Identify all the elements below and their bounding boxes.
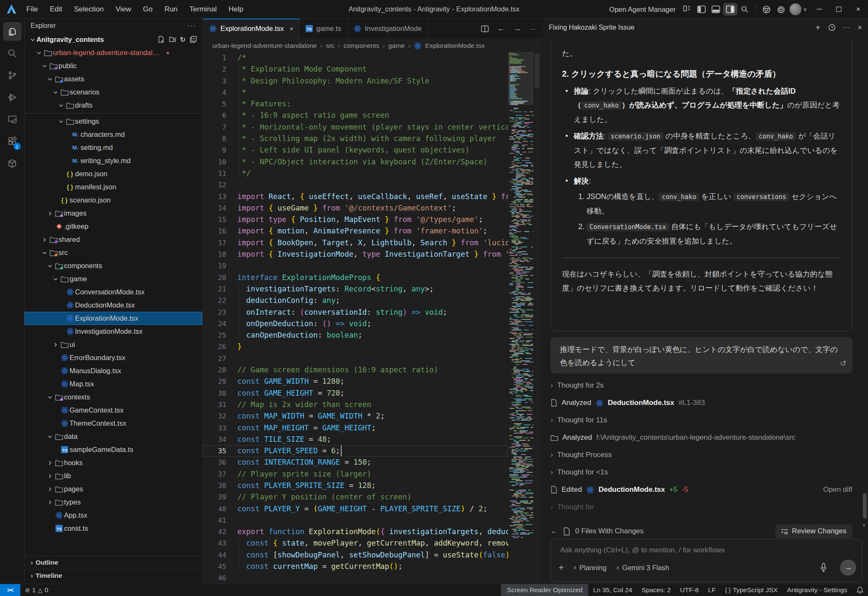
tree-item-app-tsx[interactable]: App.tsx: [25, 509, 202, 522]
tree-item-themecontext-tsx[interactable]: ThemeContext.tsx: [25, 417, 202, 430]
tree-item-map-tsx[interactable]: Map.tsx: [25, 377, 202, 391]
breadcrumb-item[interactable]: src: [326, 42, 335, 50]
new-file-icon[interactable]: [157, 36, 165, 44]
menu-go[interactable]: Go: [137, 5, 159, 14]
tree-item-game[interactable]: game: [25, 272, 202, 286]
refresh-icon[interactable]: ↻: [180, 36, 186, 44]
language-mode-status[interactable]: { }TypeScript JSX: [721, 586, 782, 594]
tree-item-assets[interactable]: assets: [25, 72, 202, 86]
user-avatar[interactable]: [790, 3, 801, 15]
tree-item-investigationmode-tsx[interactable]: InvestigationMode.tsx: [25, 325, 202, 338]
chevron-down-icon[interactable]: [41, 250, 48, 255]
tree-item-writing-style-md[interactable]: M↓writing_style.md: [25, 154, 202, 167]
panel-close-icon[interactable]: ×: [857, 23, 862, 32]
chevron-down-icon[interactable]: [35, 50, 43, 55]
tree-item-manusdialog-tsx[interactable]: ManusDialog.tsx: [25, 364, 202, 377]
tree-item-public[interactable]: public: [25, 59, 202, 72]
open-agent-manager-button[interactable]: Open Agent Manager: [609, 6, 676, 14]
tab-investigationmode[interactable]: InvestigationMode: [348, 19, 428, 39]
chevron-down-icon[interactable]: [41, 64, 48, 69]
mode-selector[interactable]: ∧Planning: [573, 564, 606, 572]
notifications-bell-icon[interactable]: [852, 587, 868, 594]
navigate-forward-icon[interactable]: →: [513, 24, 521, 33]
tree-item-hooks[interactable]: hooks: [25, 456, 202, 469]
breadcrumb[interactable]: urban-legend-adventure-standalone›src›co…: [203, 39, 542, 52]
minimap-slider[interactable]: [508, 52, 533, 105]
menu-file[interactable]: File: [20, 5, 44, 14]
breadcrumb-item[interactable]: game: [388, 42, 405, 50]
tree-item-types[interactable]: types: [25, 496, 202, 509]
breadcrumb-item[interactable]: ExplorationMode.tsx: [425, 42, 484, 50]
eol-status[interactable]: LF: [704, 586, 721, 594]
tree-item-samplegamedata-ts[interactable]: TSsampleGameData.ts: [25, 443, 202, 456]
collapse-all-icon[interactable]: [189, 36, 197, 44]
minimap[interactable]: [508, 52, 533, 543]
navigate-back-icon[interactable]: ←: [497, 24, 505, 33]
source-control-activity-icon[interactable]: [3, 66, 22, 85]
encoding-status[interactable]: UTF-8: [676, 586, 704, 594]
agent-step-thought[interactable]: ›Thought for <1s: [551, 468, 852, 477]
tree-item-ui[interactable]: ui: [25, 338, 202, 351]
model-selector[interactable]: ∧Gemini 3 Flash: [616, 564, 669, 572]
chevron-right-icon[interactable]: [41, 237, 48, 242]
tree-item-lib[interactable]: lib: [25, 469, 202, 482]
tree-item-explorationmode-tsx[interactable]: ExplorationMode.tsx: [25, 312, 202, 325]
breadcrumb-item[interactable]: components: [343, 42, 379, 50]
toggle-right-panel-icon[interactable]: [723, 3, 737, 16]
tree-item-scenarios[interactable]: scenarios: [25, 86, 202, 99]
tab-game-ts[interactable]: TSgame.ts: [300, 19, 348, 39]
settings-gear-icon[interactable]: [773, 3, 788, 16]
menu-run[interactable]: Run: [159, 5, 184, 14]
tree-item-manifest-json[interactable]: { }manifest.json: [25, 180, 202, 194]
files-with-changes-bar[interactable]: ← 0 Files With Changes Review Changes: [551, 522, 852, 541]
tree-item--gitkeep[interactable]: .gitkeep: [25, 220, 202, 233]
sidebar-section-outline[interactable]: ›Outline: [25, 556, 203, 569]
chevron-down-icon[interactable]: [57, 103, 65, 108]
chevron-right-icon[interactable]: ›: [551, 468, 553, 477]
editor-scrollbar[interactable]: [534, 53, 540, 89]
chevron-down-icon[interactable]: [46, 263, 54, 269]
chevron-down-icon[interactable]: [57, 119, 65, 124]
tree-item-shared[interactable]: shared: [25, 233, 202, 246]
menu-selection[interactable]: Selection: [68, 5, 110, 14]
chevron-down-icon[interactable]: [52, 90, 59, 95]
chevron-right-icon[interactable]: ›: [551, 416, 553, 424]
menu-help[interactable]: Help: [223, 5, 249, 14]
chevron-right-icon[interactable]: [46, 474, 54, 479]
menu-terminal[interactable]: Terminal: [184, 5, 223, 14]
agent-step-thought[interactable]: ›Thought for: [551, 503, 852, 511]
explorer-more-actions-icon[interactable]: ···: [187, 22, 196, 30]
tree-item-errorboundary-tsx[interactable]: ErrorBoundary.tsx: [25, 351, 202, 364]
split-editor-icon[interactable]: [481, 25, 489, 32]
avatar-chevron-down-icon[interactable]: ∨: [803, 6, 807, 12]
agent-step-thought[interactable]: ›Thought Process: [551, 451, 852, 459]
add-context-icon[interactable]: +: [559, 563, 564, 573]
menu-view[interactable]: View: [110, 5, 137, 14]
extensions-activity-icon[interactable]: 1: [3, 132, 22, 151]
chevron-right-icon[interactable]: [52, 342, 59, 347]
agent-step-thought[interactable]: ›Thought for 11s: [551, 416, 852, 424]
tree-item-setting-md[interactable]: M↓setting.md: [25, 141, 202, 154]
package-activity-icon[interactable]: [3, 154, 22, 173]
chevron-down-icon[interactable]: [52, 277, 59, 282]
review-changes-button[interactable]: Review Changes: [775, 524, 852, 538]
tree-item-pages[interactable]: pages: [25, 482, 202, 496]
explorer-root-folder[interactable]: Anitgravity_contents ↻: [25, 33, 202, 46]
tree-item-components[interactable]: components: [25, 259, 202, 272]
search-activity-icon[interactable]: [3, 44, 22, 63]
tab-close-icon[interactable]: ×: [290, 25, 294, 32]
agent-step-file[interactable]: EditedDeductionMode.tsx+5-5Open diff: [551, 485, 852, 494]
tree-item-images[interactable]: images: [25, 207, 202, 220]
chevron-down-icon[interactable]: [46, 395, 54, 400]
tree-item-const-ts[interactable]: TSconst.ts: [25, 522, 202, 535]
chevron-down-icon[interactable]: [46, 77, 54, 82]
indentation-status[interactable]: Spaces: 2: [637, 586, 676, 594]
chevron-right-icon[interactable]: [46, 500, 54, 505]
window-minimize-button[interactable]: ─: [810, 0, 829, 19]
breadcrumb-item[interactable]: urban-legend-adventure-standalone: [212, 42, 317, 50]
chevron-down-icon[interactable]: [46, 434, 54, 439]
chevron-right-icon[interactable]: ›: [551, 381, 553, 390]
editor-more-actions-icon[interactable]: ···: [529, 25, 536, 32]
code-editor[interactable]: 1234567891011121314151617181920212223242…: [203, 52, 542, 584]
chevron-right-icon[interactable]: ›: [551, 451, 553, 459]
